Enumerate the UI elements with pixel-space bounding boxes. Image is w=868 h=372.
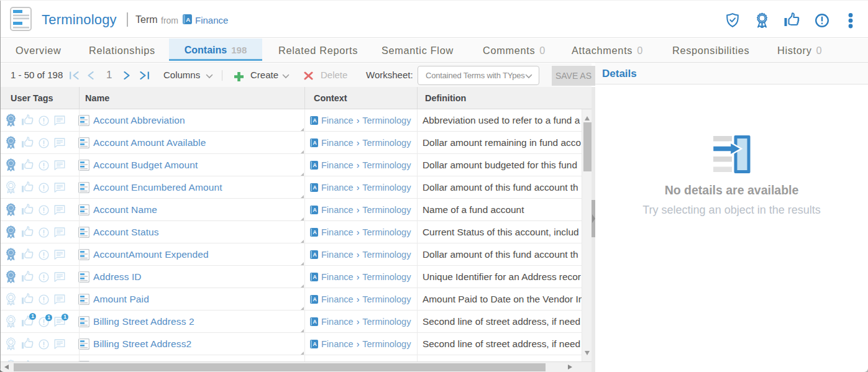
- svg-text:A: A: [313, 341, 317, 347]
- svg-text:A: A: [186, 16, 190, 23]
- svg-text:A: A: [313, 252, 317, 258]
- svg-text:A: A: [313, 140, 317, 146]
- svg-text:A: A: [313, 319, 317, 325]
- svg-text:A: A: [313, 274, 317, 280]
- svg-text:A: A: [313, 184, 317, 191]
- svg-text:A: A: [313, 296, 317, 302]
- svg-text:A: A: [313, 229, 317, 235]
- svg-text:A: A: [313, 207, 317, 213]
- svg-text:A: A: [313, 162, 317, 168]
- svg-text:A: A: [313, 117, 317, 124]
